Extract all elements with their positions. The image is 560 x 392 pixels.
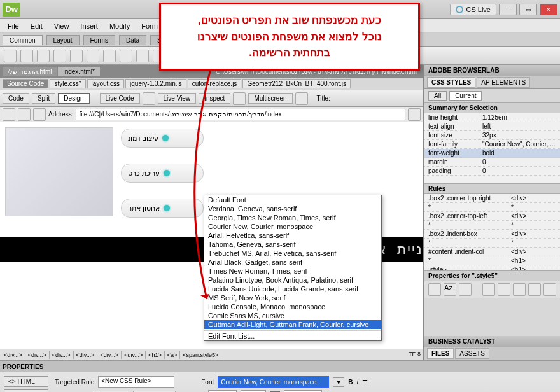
view-multiscreen[interactable]: Multiscreen bbox=[248, 93, 292, 104]
back-icon[interactable] bbox=[3, 108, 15, 121]
tag[interactable]: <div...> bbox=[122, 351, 146, 359]
font-option[interactable]: Times New Roman, Times, serif bbox=[204, 267, 381, 276]
view-code[interactable]: Code bbox=[3, 93, 29, 104]
home-icon[interactable] bbox=[33, 108, 46, 121]
address-go-icon[interactable] bbox=[408, 108, 421, 121]
menu-edit[interactable]: Edit bbox=[25, 21, 48, 31]
new-rule-icon[interactable] bbox=[498, 283, 510, 296]
menu-insert[interactable]: Insert bbox=[75, 21, 103, 31]
align-left-icon[interactable]: ☰ bbox=[362, 379, 368, 386]
panel-browserlab[interactable]: ADOBE BROWSERLAB bbox=[424, 65, 560, 76]
font-option[interactable]: Georgia, Times New Roman, Times, serif bbox=[204, 213, 381, 222]
sort-az-icon[interactable]: Az↓ bbox=[444, 283, 456, 296]
bold-button[interactable]: B bbox=[348, 379, 353, 386]
font-option[interactable]: Arial, Helvetica, sans-serif bbox=[204, 231, 381, 240]
doc-tab-1[interactable]: הדגמה שלי.html bbox=[3, 67, 57, 76]
tool-email[interactable] bbox=[20, 50, 33, 62]
maximize-button[interactable]: ▭ bbox=[519, 4, 537, 15]
font-option[interactable]: Tahoma, Geneva, sans-serif bbox=[204, 240, 381, 249]
tab-data[interactable]: Data bbox=[119, 35, 146, 45]
tag[interactable]: <span.style5> bbox=[180, 351, 221, 359]
tag[interactable]: <h1> bbox=[146, 351, 165, 359]
tool-hyperlink[interactable] bbox=[4, 50, 17, 62]
tag[interactable]: <div...> bbox=[74, 351, 98, 359]
related-file[interactable]: jquery-1.3.2.min.js bbox=[125, 79, 186, 88]
font-option-highlighted[interactable]: Guttman Adii-Light, Guttman Frank, Couri… bbox=[204, 320, 381, 329]
related-file[interactable]: Geometr212_BkCn_BT_400.font.js bbox=[242, 79, 351, 88]
italic-button[interactable]: I bbox=[356, 379, 358, 386]
cslive-button[interactable]: CS Live bbox=[450, 4, 496, 15]
panel-business[interactable]: BUSINESS CATALYST bbox=[424, 336, 560, 347]
font-select[interactable]: Courier New, Courier, monospace bbox=[218, 376, 329, 388]
menu-view[interactable]: View bbox=[49, 21, 74, 31]
attach-css-icon[interactable] bbox=[482, 283, 495, 296]
css-all-button[interactable]: All bbox=[428, 91, 447, 101]
tab-forms[interactable]: Forms bbox=[83, 35, 115, 45]
tag[interactable]: <div...> bbox=[50, 351, 74, 359]
font-option[interactable]: Trebuchet MS, Arial, Helvetica, sans-ser… bbox=[204, 249, 381, 258]
tab-apelements[interactable]: AP ELEMENTS bbox=[477, 77, 530, 88]
minimize-button[interactable]: ─ bbox=[499, 4, 517, 15]
sort-set-icon[interactable] bbox=[459, 283, 472, 296]
refresh-icon[interactable] bbox=[233, 92, 246, 105]
address-field[interactable]: file:///C|/Users/win7/Documents/מדריך/תב… bbox=[76, 109, 405, 120]
font-option[interactable]: MS Serif, New York, serif bbox=[204, 293, 381, 302]
edit-rule-icon[interactable] bbox=[513, 283, 526, 296]
tool-widget[interactable] bbox=[120, 50, 132, 62]
tool-anchor[interactable] bbox=[37, 50, 50, 62]
view-split[interactable]: Split bbox=[32, 93, 55, 104]
preview-icon[interactable] bbox=[295, 92, 308, 105]
tool-div[interactable] bbox=[70, 50, 83, 62]
css-current-button[interactable]: Current bbox=[449, 91, 482, 101]
related-file[interactable]: cufon-replace.js bbox=[188, 79, 242, 88]
tab-layout[interactable]: Layout bbox=[46, 35, 80, 45]
font-edit-list[interactable]: Edit Font List... bbox=[204, 330, 381, 340]
view-inspect[interactable]: Inspect bbox=[199, 93, 230, 104]
callout-line2: נוכל למצוא את משפחת הפונטים שיצרנו bbox=[171, 29, 408, 45]
font-option[interactable]: Arial Black, Gadget, sans-serif bbox=[204, 258, 381, 267]
nav-pill[interactable]: עיצוב דמונ bbox=[121, 129, 204, 148]
dropdown-icon[interactable]: ▼ bbox=[333, 377, 344, 387]
tab-assets[interactable]: ASSETS bbox=[455, 348, 489, 359]
doc-tab-2[interactable]: index.html* bbox=[58, 67, 99, 76]
tool-image[interactable] bbox=[87, 50, 99, 62]
related-file[interactable]: style.css* bbox=[50, 79, 85, 88]
font-option[interactable]: Verdana, Geneva, sans-serif bbox=[204, 204, 381, 213]
font-option[interactable]: Default Font bbox=[204, 195, 381, 204]
font-option[interactable]: Lucida Console, Monaco, monospace bbox=[204, 302, 381, 311]
view-design[interactable]: Design bbox=[58, 93, 89, 104]
tab-common[interactable]: Common bbox=[3, 35, 43, 45]
sort-category-icon[interactable] bbox=[428, 283, 441, 296]
tag[interactable]: <div...> bbox=[25, 351, 50, 359]
font-option[interactable]: Courier New, Courier, monospace bbox=[204, 222, 381, 231]
tag[interactable]: <div...> bbox=[97, 351, 122, 359]
font-option[interactable]: Palatino Linotype, Book Antiqua, Palatin… bbox=[204, 276, 381, 284]
close-button[interactable]: ✕ bbox=[540, 4, 557, 15]
check-browser-icon[interactable] bbox=[143, 92, 155, 105]
targeted-rule-select[interactable]: <New CSS Rule> bbox=[98, 376, 174, 388]
tab-files[interactable]: FILES bbox=[427, 348, 454, 359]
view-liveview[interactable]: Live View bbox=[158, 93, 197, 104]
font-dropdown-menu: Default Font Verdana, Geneva, sans-serif… bbox=[204, 195, 382, 341]
mode-css-button[interactable]: ▦ CSS bbox=[4, 389, 48, 392]
propsfor-header: Properties for ".style5" bbox=[424, 270, 560, 281]
nav-pill[interactable]: אחסון אתר bbox=[121, 199, 204, 218]
menu-modify[interactable]: Modify bbox=[104, 21, 135, 31]
tool-date[interactable] bbox=[136, 50, 149, 62]
related-source[interactable]: Source Code bbox=[3, 79, 48, 88]
tool-media[interactable] bbox=[103, 50, 116, 62]
font-option[interactable]: Comic Sans MS, cursive bbox=[204, 311, 381, 320]
nav-pill[interactable]: עריכת כרט bbox=[121, 164, 204, 183]
view-livecode[interactable]: Live Code bbox=[100, 93, 140, 104]
forward-icon[interactable] bbox=[18, 108, 31, 121]
tag[interactable]: <a> bbox=[165, 351, 181, 359]
related-file[interactable]: layout.css bbox=[87, 79, 124, 88]
tag[interactable]: <div...> bbox=[1, 351, 25, 359]
tab-cssstyles[interactable]: CSS STYLES bbox=[427, 77, 475, 88]
menu-file[interactable]: File bbox=[3, 21, 24, 31]
mode-html-button[interactable]: <> HTML bbox=[4, 376, 48, 387]
trash-icon[interactable] bbox=[543, 283, 556, 296]
tool-table[interactable] bbox=[53, 50, 66, 62]
disable-icon[interactable] bbox=[528, 283, 541, 296]
font-option[interactable]: Lucida Sans Unicode, Lucida Grande, sans… bbox=[204, 284, 381, 293]
